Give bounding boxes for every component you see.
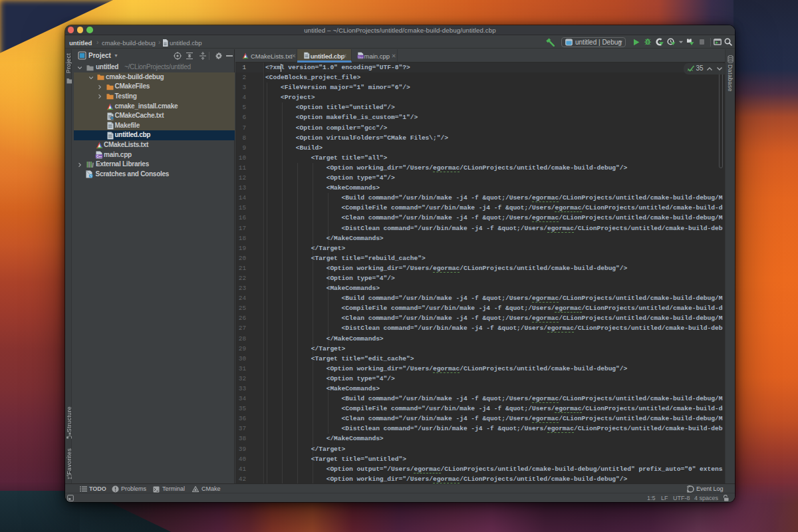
svg-text:C++: C++ <box>96 155 102 158</box>
svg-text:C++: C++ <box>358 55 363 59</box>
